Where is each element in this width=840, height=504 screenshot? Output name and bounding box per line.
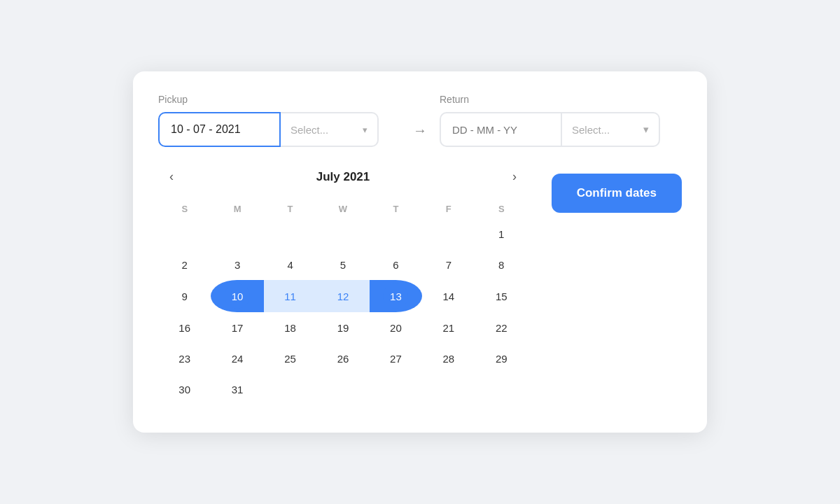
calendar-day — [316, 218, 369, 249]
calendar-header: ‹ July 2021 › — [158, 167, 528, 187]
next-month-button[interactable]: › — [507, 167, 522, 187]
calendar-day[interactable]: 21 — [422, 312, 475, 343]
calendar-week-row: 9101112131415 — [158, 280, 528, 312]
calendar-day[interactable]: 31 — [211, 374, 263, 405]
calendar-day[interactable]: 18 — [264, 312, 316, 343]
calendar-day — [158, 218, 211, 249]
calendar-day[interactable]: 20 — [370, 312, 422, 343]
confirm-dates-button[interactable]: Confirm dates — [552, 174, 682, 213]
calendar-day[interactable]: 4 — [264, 249, 316, 280]
calendar-day — [475, 374, 528, 405]
pickup-label: Pickup — [158, 94, 400, 105]
arrow-icon: → — [413, 122, 427, 139]
calendar-day — [316, 374, 369, 405]
calendar-day — [211, 218, 263, 249]
calendar-day[interactable]: 1 — [475, 218, 528, 249]
calendar-weekday: T — [264, 200, 316, 218]
calendar-weekday: S — [475, 200, 528, 218]
calendar-day — [370, 374, 422, 405]
calendar-day[interactable]: 12 — [316, 280, 369, 312]
pickup-date-input[interactable] — [158, 112, 281, 147]
calendar-day[interactable]: 27 — [370, 343, 422, 374]
calendar-day[interactable]: 10 — [211, 280, 263, 312]
prev-month-button[interactable]: ‹ — [164, 167, 179, 187]
calendar-weekday: W — [316, 200, 369, 218]
calendar-day[interactable]: 14 — [422, 280, 475, 312]
calendar-day[interactable]: 29 — [475, 343, 528, 374]
calendar-day[interactable]: 24 — [211, 343, 263, 374]
calendar-day[interactable]: 9 — [158, 280, 211, 312]
calendar-day[interactable]: 11 — [264, 280, 316, 312]
calendar-day — [370, 218, 422, 249]
pickup-section: Pickup Select... ▾ — [158, 94, 400, 147]
calendar-day[interactable]: 23 — [158, 343, 211, 374]
calendar-day — [264, 218, 316, 249]
calendar-day[interactable]: 19 — [316, 312, 369, 343]
calendar-weekday: M — [211, 200, 263, 218]
calendar-day[interactable]: 2 — [158, 249, 211, 280]
calendar-week-row: 16171819202122 — [158, 312, 528, 343]
calendar-week-row: 1 — [158, 218, 528, 249]
calendar-day — [422, 374, 475, 405]
calendar-area: ‹ July 2021 › SMTWTFS 123456789101112131… — [158, 167, 528, 405]
pickup-select-chevron-icon: ▾ — [363, 125, 368, 135]
calendar-day[interactable]: 13 — [370, 280, 422, 312]
calendar-day — [422, 218, 475, 249]
calendar-title: July 2021 — [316, 170, 370, 184]
bottom-row: ‹ July 2021 › SMTWTFS 123456789101112131… — [158, 167, 682, 405]
confirm-area: Confirm dates — [528, 167, 682, 213]
calendar-day[interactable]: 6 — [370, 249, 422, 280]
calendar-day[interactable]: 3 — [211, 249, 263, 280]
return-date-input[interactable] — [440, 112, 562, 147]
return-label: Return — [440, 94, 682, 105]
calendar-weekdays: SMTWTFS — [158, 200, 528, 218]
date-row: Pickup Select... ▾ → Return Select... ▾ — [158, 94, 682, 147]
calendar-day[interactable]: 16 — [158, 312, 211, 343]
calendar-day — [264, 374, 316, 405]
calendar-day[interactable]: 26 — [316, 343, 369, 374]
calendar-day[interactable]: 28 — [422, 343, 475, 374]
booking-card: Pickup Select... ▾ → Return Select... ▾ — [133, 71, 707, 433]
calendar-weekday: F — [422, 200, 475, 218]
pickup-inputs: Select... ▾ — [158, 112, 400, 147]
pickup-select-dropdown[interactable]: Select... ▾ — [281, 112, 379, 147]
pickup-select-placeholder: Select... — [290, 124, 328, 136]
return-select-chevron-icon: ▾ — [643, 123, 649, 136]
calendar-weekday: T — [370, 200, 422, 218]
calendar-week-row: 2345678 — [158, 249, 528, 280]
calendar-day[interactable]: 5 — [316, 249, 369, 280]
calendar-week-row: 3031 — [158, 374, 528, 405]
calendar-day[interactable]: 7 — [422, 249, 475, 280]
return-select-placeholder: Select... — [572, 124, 610, 136]
calendar-day[interactable]: 8 — [475, 249, 528, 280]
calendar-day[interactable]: 25 — [264, 343, 316, 374]
calendar-day[interactable]: 17 — [211, 312, 263, 343]
calendar-weekday: S — [158, 200, 211, 218]
calendar-body: 1234567891011121314151617181920212223242… — [158, 218, 528, 405]
return-section: Return Select... ▾ — [440, 94, 682, 147]
return-inputs: Select... ▾ — [440, 112, 682, 147]
calendar-day[interactable]: 30 — [158, 374, 211, 405]
calendar-day[interactable]: 15 — [475, 280, 528, 312]
calendar-week-row: 23242526272829 — [158, 343, 528, 374]
calendar-grid: SMTWTFS 12345678910111213141516171819202… — [158, 200, 528, 405]
calendar-day[interactable]: 22 — [475, 312, 528, 343]
return-select-dropdown[interactable]: Select... ▾ — [562, 112, 660, 147]
